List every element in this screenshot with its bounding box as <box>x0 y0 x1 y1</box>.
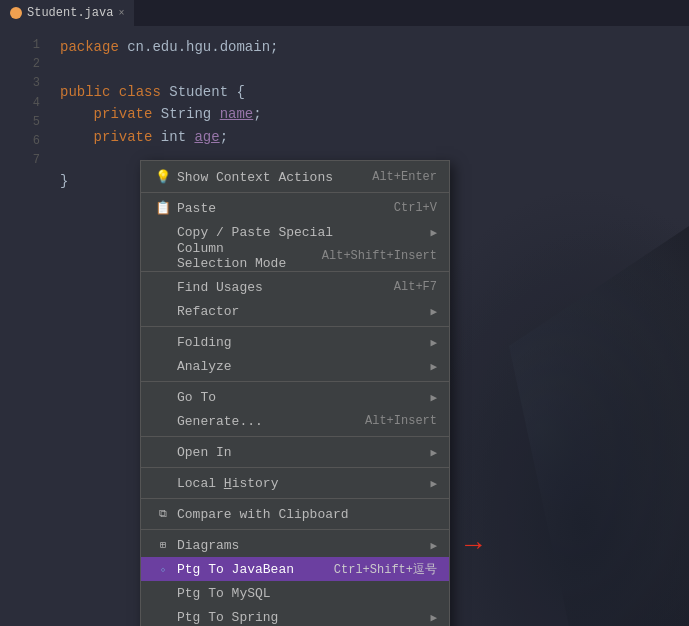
submenu-arrow-diagrams: ▶ <box>430 539 437 552</box>
menu-shortcut-column-selection: Alt+Shift+Insert <box>322 249 437 263</box>
menu-item-analyze[interactable]: Analyze ▶ <box>141 354 449 378</box>
menu-label-copy-paste-special: Copy / Paste Special <box>177 225 425 240</box>
red-arrow-pointer: ← <box>465 530 482 561</box>
submenu-arrow-local-history: ▶ <box>430 477 437 490</box>
menu-shortcut-find-usages: Alt+F7 <box>394 280 437 294</box>
separator-1 <box>141 192 449 193</box>
menu-label-local-history: Local History <box>177 476 425 491</box>
tab-close-button[interactable]: × <box>118 8 124 19</box>
menu-label-refactor: Refactor <box>177 304 425 319</box>
bulb-icon: 💡 <box>153 169 173 185</box>
separator-5 <box>141 436 449 437</box>
menu-label-ptg-mysql: Ptg To MySQL <box>177 586 437 601</box>
menu-item-generate[interactable]: Generate... Alt+Insert <box>141 409 449 433</box>
submenu-arrow-analyze: ▶ <box>430 360 437 373</box>
menu-item-diagrams[interactable]: ⊞ Diagrams ▶ <box>141 533 449 557</box>
menu-item-ptg-spring[interactable]: Ptg To Spring ▶ <box>141 605 449 626</box>
separator-3 <box>141 326 449 327</box>
tab-bar: Student.java × <box>0 0 689 26</box>
menu-label-paste: Paste <box>177 201 374 216</box>
context-menu: 💡 Show Context Actions Alt+Enter 📋 Paste… <box>140 160 450 626</box>
menu-item-column-selection[interactable]: Column Selection Mode Alt+Shift+Insert <box>141 244 449 268</box>
menu-label-go-to: Go To <box>177 390 425 405</box>
submenu-arrow-folding: ▶ <box>430 336 437 349</box>
tab-filename: Student.java <box>27 6 113 20</box>
menu-shortcut-show-context-actions: Alt+Enter <box>372 170 437 184</box>
compare-clipboard-icon: ⧉ <box>153 508 173 520</box>
diagrams-icon: ⊞ <box>153 539 173 551</box>
menu-shortcut-generate: Alt+Insert <box>365 414 437 428</box>
menu-label-column-selection: Column Selection Mode <box>177 241 302 271</box>
menu-label-folding: Folding <box>177 335 425 350</box>
code-line-1: package cn.edu.hgu.domain; <box>60 36 689 58</box>
menu-item-ptg-mysql[interactable]: Ptg To MySQL <box>141 581 449 605</box>
submenu-arrow-refactor: ▶ <box>430 305 437 318</box>
code-line-2 <box>60 58 689 80</box>
menu-item-compare-clipboard[interactable]: ⧉ Compare with Clipboard <box>141 502 449 526</box>
ptg-javabean-icon: ⬦ <box>153 564 173 575</box>
menu-item-refactor[interactable]: Refactor ▶ <box>141 299 449 323</box>
separator-8 <box>141 529 449 530</box>
menu-label-ptg-javabean: Ptg To JavaBean <box>177 562 314 577</box>
menu-item-folding[interactable]: Folding ▶ <box>141 330 449 354</box>
menu-item-go-to[interactable]: Go To ▶ <box>141 385 449 409</box>
paste-icon: 📋 <box>153 200 173 216</box>
submenu-arrow-open-in: ▶ <box>430 446 437 459</box>
menu-label-open-in: Open In <box>177 445 425 460</box>
menu-label-generate: Generate... <box>177 414 345 429</box>
menu-item-ptg-javabean[interactable]: ⬦ Ptg To JavaBean Ctrl+Shift+逗号 <box>141 557 449 581</box>
separator-2 <box>141 271 449 272</box>
java-file-icon <box>10 7 22 19</box>
menu-label-ptg-spring: Ptg To Spring <box>177 610 425 625</box>
menu-shortcut-ptg-javabean: Ctrl+Shift+逗号 <box>334 561 437 578</box>
menu-label-diagrams: Diagrams <box>177 538 425 553</box>
separator-6 <box>141 467 449 468</box>
menu-label-analyze: Analyze <box>177 359 425 374</box>
menu-item-paste[interactable]: 📋 Paste Ctrl+V <box>141 196 449 220</box>
menu-item-open-in[interactable]: Open In ▶ <box>141 440 449 464</box>
submenu-arrow-copy-paste: ▶ <box>430 226 437 239</box>
code-line-3: public class Student { <box>60 81 689 103</box>
menu-label-find-usages: Find Usages <box>177 280 374 295</box>
menu-item-find-usages[interactable]: Find Usages Alt+F7 <box>141 275 449 299</box>
menu-shortcut-paste: Ctrl+V <box>394 201 437 215</box>
file-tab[interactable]: Student.java × <box>0 0 134 26</box>
separator-7 <box>141 498 449 499</box>
submenu-arrow-go-to: ▶ <box>430 391 437 404</box>
menu-label-show-context-actions: Show Context Actions <box>177 170 352 185</box>
menu-item-show-context-actions[interactable]: 💡 Show Context Actions Alt+Enter <box>141 165 449 189</box>
menu-item-local-history[interactable]: Local History ▶ <box>141 471 449 495</box>
menu-label-compare-clipboard: Compare with Clipboard <box>177 507 437 522</box>
code-line-4: private String name; <box>60 103 689 125</box>
separator-4 <box>141 381 449 382</box>
submenu-arrow-ptg-spring: ▶ <box>430 611 437 624</box>
